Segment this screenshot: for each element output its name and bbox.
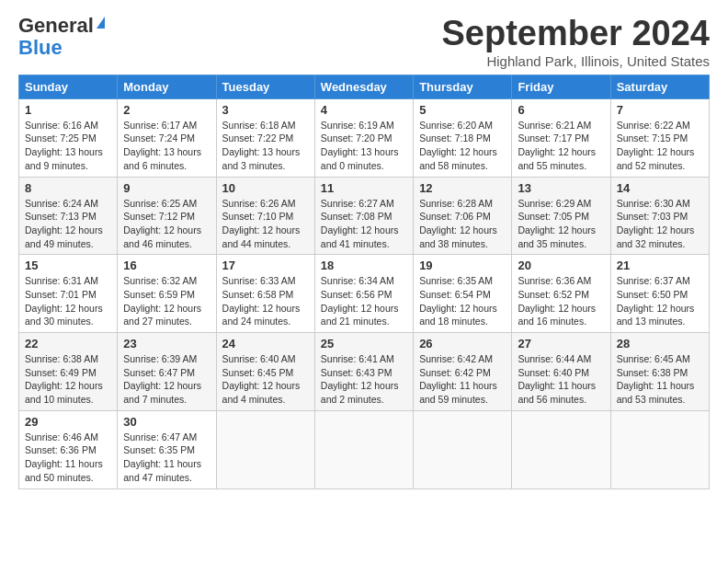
daylight-label: Daylight: 12 hours and 2 minutes. bbox=[321, 380, 399, 405]
sunset-label: Sunset: 6:45 PM bbox=[222, 367, 294, 378]
sunset-label: Sunset: 6:58 PM bbox=[222, 289, 294, 300]
sunrise-label: Sunrise: 6:29 AM bbox=[518, 198, 591, 209]
daylight-label: Daylight: 12 hours and 52 minutes. bbox=[617, 146, 695, 171]
sunset-label: Sunset: 6:38 PM bbox=[617, 367, 688, 378]
calendar-week-row: 22Sunrise: 6:38 AMSunset: 6:49 PMDayligh… bbox=[19, 333, 710, 411]
day-number: 24 bbox=[222, 337, 309, 350]
daylight-label: Daylight: 11 hours and 59 minutes. bbox=[419, 380, 497, 405]
sunrise-label: Sunrise: 6:24 AM bbox=[25, 198, 98, 209]
sunrise-label: Sunrise: 6:19 AM bbox=[321, 120, 394, 131]
day-detail: Sunrise: 6:29 AMSunset: 7:05 PMDaylight:… bbox=[518, 197, 604, 251]
day-detail: Sunrise: 6:44 AMSunset: 6:40 PMDaylight:… bbox=[518, 352, 604, 407]
calendar-week-row: 29Sunrise: 6:46 AMSunset: 6:36 PMDayligh… bbox=[19, 410, 710, 488]
sunset-label: Sunset: 6:42 PM bbox=[419, 367, 491, 378]
day-detail: Sunrise: 6:39 AMSunset: 6:47 PMDaylight:… bbox=[123, 352, 210, 407]
day-number: 26 bbox=[419, 337, 506, 350]
daylight-label: Daylight: 12 hours and 4 minutes. bbox=[222, 380, 301, 405]
sunset-label: Sunset: 7:03 PM bbox=[617, 211, 688, 222]
day-number: 2 bbox=[123, 103, 210, 117]
daylight-label: Daylight: 11 hours and 56 minutes. bbox=[518, 380, 596, 405]
calendar-cell: 2Sunrise: 6:17 AMSunset: 7:24 PMDaylight… bbox=[118, 98, 216, 177]
day-number: 22 bbox=[25, 337, 111, 350]
calendar-cell: 15Sunrise: 6:31 AMSunset: 7:01 PMDayligh… bbox=[19, 255, 118, 333]
calendar-cell: 12Sunrise: 6:28 AMSunset: 7:06 PMDayligh… bbox=[414, 177, 512, 255]
sunrise-label: Sunrise: 6:18 AM bbox=[222, 120, 296, 131]
day-detail: Sunrise: 6:35 AMSunset: 6:54 PMDaylight:… bbox=[419, 274, 506, 328]
calendar-cell: 22Sunrise: 6:38 AMSunset: 6:49 PMDayligh… bbox=[19, 333, 118, 411]
day-detail: Sunrise: 6:27 AMSunset: 7:08 PMDaylight:… bbox=[321, 197, 407, 251]
sunrise-label: Sunrise: 6:21 AM bbox=[518, 120, 591, 131]
daylight-label: Daylight: 12 hours and 10 minutes. bbox=[25, 380, 103, 405]
logo-blue: Blue bbox=[18, 36, 63, 59]
weekday-header-tuesday: Tuesday bbox=[216, 75, 314, 98]
daylight-label: Daylight: 12 hours and 16 minutes. bbox=[518, 303, 596, 327]
weekday-header-thursday: Thursday bbox=[414, 75, 512, 98]
calendar-cell bbox=[512, 410, 610, 488]
day-detail: Sunrise: 6:42 AMSunset: 6:42 PMDaylight:… bbox=[419, 352, 506, 407]
weekday-header-sunday: Sunday bbox=[19, 75, 118, 98]
daylight-label: Daylight: 12 hours and 30 minutes. bbox=[25, 303, 103, 327]
day-number: 5 bbox=[419, 103, 506, 117]
sunset-label: Sunset: 7:13 PM bbox=[25, 211, 97, 222]
day-detail: Sunrise: 6:24 AMSunset: 7:13 PMDaylight:… bbox=[25, 197, 111, 251]
calendar-cell bbox=[610, 410, 709, 488]
day-number: 11 bbox=[321, 181, 407, 195]
sunset-label: Sunset: 7:20 PM bbox=[321, 132, 392, 144]
day-number: 13 bbox=[518, 181, 604, 195]
sunrise-label: Sunrise: 6:26 AM bbox=[222, 198, 296, 209]
calendar-cell: 30Sunrise: 6:47 AMSunset: 6:35 PMDayligh… bbox=[118, 410, 216, 488]
sunrise-label: Sunrise: 6:34 AM bbox=[321, 275, 394, 286]
daylight-label: Daylight: 11 hours and 50 minutes. bbox=[25, 458, 103, 483]
day-detail: Sunrise: 6:28 AMSunset: 7:06 PMDaylight:… bbox=[419, 197, 506, 251]
sunset-label: Sunset: 7:08 PM bbox=[321, 211, 392, 222]
calendar-cell: 27Sunrise: 6:44 AMSunset: 6:40 PMDayligh… bbox=[512, 333, 610, 411]
day-detail: Sunrise: 6:17 AMSunset: 7:24 PMDaylight:… bbox=[123, 119, 210, 173]
daylight-label: Daylight: 12 hours and 32 minutes. bbox=[617, 224, 695, 249]
calendar-week-row: 15Sunrise: 6:31 AMSunset: 7:01 PMDayligh… bbox=[19, 255, 710, 333]
day-number: 8 bbox=[25, 181, 111, 195]
weekday-header-saturday: Saturday bbox=[610, 75, 709, 98]
day-number: 10 bbox=[222, 181, 309, 195]
day-detail: Sunrise: 6:32 AMSunset: 6:59 PMDaylight:… bbox=[123, 274, 210, 328]
day-detail: Sunrise: 6:47 AMSunset: 6:35 PMDaylight:… bbox=[123, 431, 210, 485]
day-detail: Sunrise: 6:19 AMSunset: 7:20 PMDaylight:… bbox=[321, 119, 407, 173]
day-number: 4 bbox=[321, 103, 407, 117]
day-number: 23 bbox=[123, 337, 210, 350]
sunrise-label: Sunrise: 6:44 AM bbox=[518, 353, 591, 364]
daylight-label: Daylight: 12 hours and 13 minutes. bbox=[617, 303, 695, 327]
day-number: 17 bbox=[222, 259, 309, 272]
calendar-cell: 13Sunrise: 6:29 AMSunset: 7:05 PMDayligh… bbox=[512, 177, 610, 255]
sunset-label: Sunset: 6:54 PM bbox=[419, 289, 491, 300]
day-number: 12 bbox=[419, 181, 506, 195]
sunset-label: Sunset: 7:10 PM bbox=[222, 211, 294, 222]
daylight-label: Daylight: 11 hours and 47 minutes. bbox=[123, 458, 201, 483]
day-number: 21 bbox=[617, 259, 703, 272]
daylight-label: Daylight: 13 hours and 3 minutes. bbox=[222, 146, 301, 171]
calendar-cell: 20Sunrise: 6:36 AMSunset: 6:52 PMDayligh… bbox=[512, 255, 610, 333]
sunset-label: Sunset: 6:43 PM bbox=[321, 367, 392, 378]
sunset-label: Sunset: 7:25 PM bbox=[25, 132, 97, 144]
calendar-cell: 16Sunrise: 6:32 AMSunset: 6:59 PMDayligh… bbox=[118, 255, 216, 333]
calendar-cell: 11Sunrise: 6:27 AMSunset: 7:08 PMDayligh… bbox=[314, 177, 413, 255]
day-detail: Sunrise: 6:22 AMSunset: 7:15 PMDaylight:… bbox=[617, 119, 703, 173]
calendar-cell: 6Sunrise: 6:21 AMSunset: 7:17 PMDaylight… bbox=[512, 98, 610, 177]
sunset-label: Sunset: 7:22 PM bbox=[222, 132, 294, 144]
day-number: 14 bbox=[617, 181, 703, 195]
day-detail: Sunrise: 6:20 AMSunset: 7:18 PMDaylight:… bbox=[419, 119, 506, 173]
weekday-header-wednesday: Wednesday bbox=[314, 75, 413, 98]
sunrise-label: Sunrise: 6:42 AM bbox=[419, 353, 493, 364]
sunrise-label: Sunrise: 6:45 AM bbox=[617, 353, 690, 364]
calendar-cell: 1Sunrise: 6:16 AMSunset: 7:25 PMDaylight… bbox=[19, 98, 118, 177]
sunrise-label: Sunrise: 6:33 AM bbox=[222, 275, 296, 286]
sunset-label: Sunset: 6:40 PM bbox=[518, 367, 589, 378]
day-detail: Sunrise: 6:34 AMSunset: 6:56 PMDaylight:… bbox=[321, 274, 407, 328]
logo-general: General bbox=[18, 14, 94, 37]
sunrise-label: Sunrise: 6:16 AM bbox=[25, 120, 98, 131]
day-detail: Sunrise: 6:41 AMSunset: 6:43 PMDaylight:… bbox=[321, 352, 407, 407]
sunrise-label: Sunrise: 6:28 AM bbox=[419, 198, 493, 209]
daylight-label: Daylight: 12 hours and 58 minutes. bbox=[419, 146, 497, 171]
sunrise-label: Sunrise: 6:41 AM bbox=[321, 353, 394, 364]
sunset-label: Sunset: 7:12 PM bbox=[123, 211, 195, 222]
sunset-label: Sunset: 7:15 PM bbox=[617, 132, 688, 144]
sunset-label: Sunset: 6:59 PM bbox=[123, 289, 195, 300]
